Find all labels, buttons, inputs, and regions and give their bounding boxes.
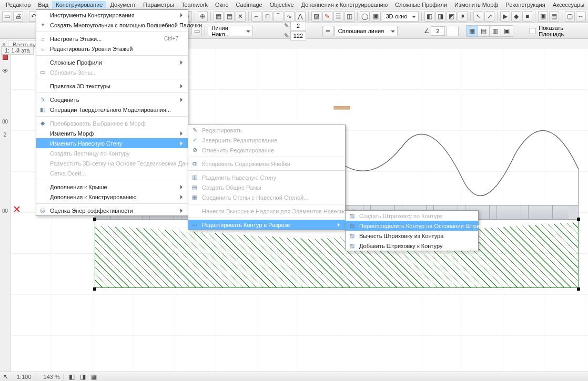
menu-item[interactable]: Cadimage (232, 1, 266, 8)
menu-row[interactable]: Изменить Навесную Стену (36, 138, 188, 148)
num-a[interactable]: 2 (290, 21, 306, 30)
menu-row[interactable]: ≡Редактировать Уровни Этажей (36, 44, 188, 54)
menu-item[interactable]: Реконструкция (502, 1, 549, 8)
nav-icon[interactable]: ▦ (91, 374, 97, 380)
tb-c2[interactable]: ▤ (549, 11, 559, 22)
menu-row[interactable]: ✦Создать Многоугольник с помощью Волшебн… (36, 20, 188, 30)
tb-ruler[interactable]: ▤ (225, 11, 235, 22)
tb-a3[interactable]: ⌒ (273, 11, 283, 22)
menu-row-label: Обновить Зоны... (50, 69, 97, 76)
line-style-dropdown[interactable]: Сплошная линия (334, 26, 398, 36)
menu-item[interactable]: Дополнения к Конструированию (298, 1, 392, 8)
nav-icon[interactable]: ◨ (80, 374, 86, 380)
tb-x[interactable]: ✕ (236, 11, 246, 22)
tb-a1[interactable]: ⌐ (251, 11, 261, 22)
tb-3d[interactable]: ◫ (344, 11, 354, 22)
handle-icon[interactable] (577, 218, 580, 221)
tb-pen[interactable]: ✎ (322, 11, 332, 22)
menu-row[interactable]: Дополнения к Конструированию (36, 192, 188, 202)
linetype-dropdown[interactable]: Линии Накл... (208, 26, 253, 36)
menu-item[interactable]: Teamwork (178, 1, 211, 8)
tb-view3[interactable]: ◩ (447, 11, 457, 22)
menu-row: Сетка Осей... (36, 168, 188, 178)
nav-icon[interactable]: ◧ (69, 374, 75, 380)
tb-play[interactable]: ▶ (500, 11, 510, 22)
menu-item[interactable]: Документ (106, 1, 139, 8)
menu-row[interactable]: ▨Переопределить Контур на Основании Штри… (346, 221, 478, 231)
tb-new[interactable]: ▭ (2, 11, 12, 22)
menu-item[interactable]: Редактор (2, 1, 34, 8)
menu-item[interactable]: Окно (211, 1, 232, 8)
angle-swatch[interactable] (446, 26, 459, 36)
mode-1[interactable]: ▦ (467, 26, 478, 36)
menu-row[interactable]: ▭Редактировать Контур в Разрезе (188, 220, 345, 230)
menu-item[interactable]: Параметры (139, 1, 178, 8)
handle-icon[interactable] (93, 218, 96, 221)
tb-world[interactable]: ◯ (360, 11, 370, 22)
menu-row-icon: ▨ (348, 212, 356, 219)
tb-arrow2[interactable]: ↗ (484, 11, 494, 22)
menu-row-label: Изменить Навесную Стену (50, 140, 123, 147)
window3d-dropdown[interactable]: 3D-окно (382, 11, 419, 22)
menu-row-icon: ⇲ (38, 96, 47, 103)
tb-a2[interactable]: ⊓ (262, 11, 272, 22)
menu-row-label: Завершить Редактирование (202, 137, 277, 143)
menu-row[interactable]: ⌂Настроить Этажи...Ctrl+7 (36, 34, 188, 44)
menu-row-label: Дополнения к Крыше (50, 184, 107, 190)
separator (421, 12, 422, 21)
tb-sun[interactable]: ✷ (458, 11, 468, 22)
tb-fill[interactable]: ▨ (311, 11, 321, 22)
menu-row-label: Операции Твердотельного Моделирования... (50, 107, 171, 113)
marker-icon[interactable] (3, 55, 8, 60)
tb-a5[interactable]: ⋀ (296, 11, 306, 22)
menu-row[interactable]: ⇲Соединить (36, 95, 188, 105)
tb-grid[interactable]: ▦ (214, 11, 224, 22)
menu-row-label: Соединить Стены с Навесной Стеной... (202, 194, 308, 201)
tb-view1[interactable]: ◧ (424, 11, 434, 22)
tb-stop[interactable]: ■ (522, 11, 532, 22)
menu-row[interactable]: Изменить Морф (36, 128, 188, 138)
tb-c1[interactable]: ▣ (538, 11, 548, 22)
num-b[interactable]: 122 (290, 31, 306, 40)
handle-icon[interactable] (577, 287, 580, 291)
mode-3[interactable]: ▥ (490, 26, 501, 36)
mode-2[interactable]: ▤ (478, 26, 490, 36)
menu-item[interactable]: Objective (266, 1, 298, 8)
scale-value[interactable]: 143 % (40, 374, 64, 380)
menu-item[interactable]: Сложные Профили (391, 1, 451, 8)
tb-cube[interactable]: ▣ (371, 11, 381, 22)
eye-icon[interactable]: 👁 (2, 67, 8, 75)
handle-icon[interactable] (93, 287, 96, 291)
tb-cam[interactable]: ☰ (333, 11, 343, 22)
menu-row[interactable]: ◎Оценка Энергоэффективности (36, 205, 188, 215)
tb-arrow1[interactable]: ↖ (473, 11, 483, 22)
menu-item[interactable]: Изменить Морф (451, 1, 502, 8)
menu-item[interactable]: Аксессуары (549, 1, 588, 8)
menu-row[interactable]: Сложные Профили (36, 57, 188, 67)
tb-box[interactable]: ▢ (565, 11, 575, 22)
tb-open[interactable]: 🖨 (13, 11, 23, 22)
tb-a4[interactable]: ∿ (285, 11, 295, 22)
menu-row[interactable]: Инструменты Конструирования (36, 10, 188, 20)
floor-tab[interactable]: 1: 1-й эта (1, 46, 34, 55)
tb-dim[interactable]: ↔ (576, 11, 586, 22)
menu-row[interactable]: ◧Операции Твердотельного Моделирования..… (36, 105, 188, 115)
angle-value[interactable]: 2 (431, 26, 445, 36)
menu-item-active[interactable]: Конструирование (52, 1, 106, 8)
menu-row: Разместить 3D-сетку на Основе Геодезичес… (36, 158, 188, 168)
zoom-value[interactable]: 1:100 (14, 374, 35, 380)
menu-item[interactable]: Вид (34, 1, 52, 8)
mode-4[interactable]: ▣ (501, 26, 513, 36)
menu-row[interactable]: Дополнения к Крыше (36, 182, 188, 192)
left-sidebar: 👁 00 2 00 (0, 48, 11, 372)
show-area-checkbox[interactable] (530, 28, 535, 34)
menu-row[interactable]: ▨Вычесть Штриховку из Контура (346, 231, 478, 241)
tb-view2[interactable]: ◨ (435, 11, 445, 22)
menu-row[interactable]: ▨Добавить Штриховку к Контуру (346, 241, 478, 251)
tb-snap[interactable]: ⊕ (198, 11, 208, 22)
line-sample[interactable]: ━ (322, 26, 333, 36)
menu-row-label: Копировать Содержимое Ячейки (202, 161, 290, 167)
menu-row[interactable]: Привязка 3D-текстуры (36, 81, 188, 91)
tb-rec[interactable]: ◆ (511, 11, 521, 22)
separator (26, 12, 26, 21)
